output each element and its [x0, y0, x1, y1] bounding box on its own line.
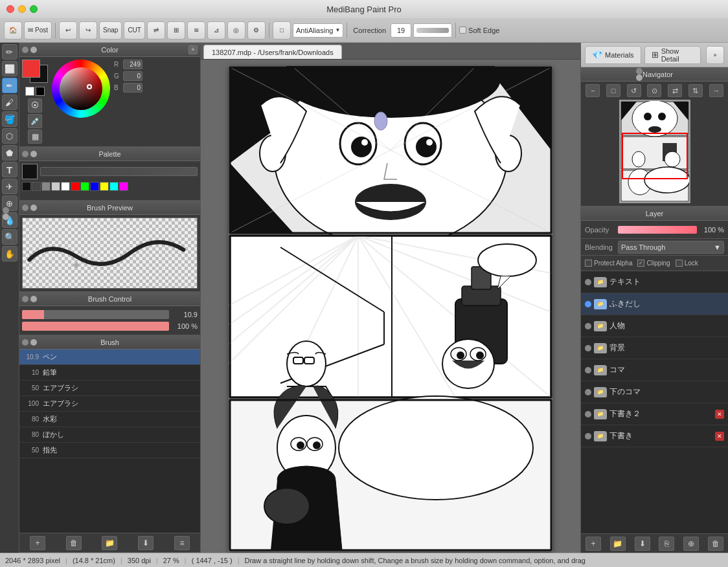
layer-visibility-6[interactable]	[585, 411, 591, 417]
lock-check[interactable]: Lock	[676, 260, 698, 267]
nav-expand[interactable]	[636, 74, 643, 81]
text-tool[interactable]: T	[2, 162, 17, 177]
palette-color-4[interactable]	[51, 182, 60, 191]
brush-tool[interactable]: 🖌	[2, 94, 17, 110]
brush-preview-expand[interactable]	[30, 205, 37, 211]
nav-close[interactable]	[636, 68, 643, 74]
copy-layer-button[interactable]: ⎘	[659, 537, 674, 551]
color-wheel[interactable]	[52, 60, 110, 118]
grid-button[interactable]: ⊞	[167, 21, 185, 39]
bw-swatches[interactable]	[25, 87, 45, 96]
panel-expand-btn[interactable]	[30, 47, 37, 53]
palette-color-2[interactable]	[32, 182, 41, 191]
layer-visibility-7[interactable]	[585, 433, 591, 439]
layer-item-3[interactable]: 📁背景	[581, 337, 728, 359]
post-button[interactable]: ✉ Post	[24, 21, 52, 39]
palette-swatch-main[interactable]	[22, 164, 38, 179]
materials-tab[interactable]: 💎 Materials	[585, 46, 641, 64]
rotate-btn[interactable]: ↺	[627, 84, 641, 97]
protect-alpha-checkbox[interactable]	[585, 260, 592, 267]
anti-aliasing-dropdown[interactable]: AntiAliasing ▼	[293, 23, 343, 38]
flip-h-btn[interactable]: ⇄	[668, 84, 682, 97]
palette-color-1[interactable]	[22, 182, 31, 191]
layer-item-7[interactable]: 📁下書き✕	[581, 425, 728, 447]
color-picker-icon[interactable]: ⦿	[28, 98, 42, 113]
brush-list-item-5[interactable]: 80 ぼかし	[19, 427, 200, 443]
layer-item-1[interactable]: 📁ふきだし	[581, 293, 728, 315]
layer-visibility-4[interactable]	[585, 367, 591, 373]
brush-list-item-6[interactable]: 50 指先	[19, 443, 200, 458]
brush-list-expand[interactable]	[30, 339, 37, 346]
reset-btn[interactable]: ⊙	[647, 84, 661, 97]
symmetry-button[interactable]: ⇌	[147, 21, 165, 39]
palette-color-8[interactable]	[90, 182, 99, 191]
soft-edge-toggle[interactable]: Soft Edge	[459, 27, 499, 34]
brush-folder-button[interactable]: 📁	[102, 536, 117, 550]
palette-color-9[interactable]	[100, 182, 109, 191]
redo-button[interactable]: ↪	[79, 21, 97, 39]
layer-visibility-5[interactable]	[585, 389, 591, 395]
eyedropper-icon[interactable]: 💉	[28, 114, 42, 128]
maximize-button[interactable]	[30, 5, 38, 13]
white-swatch[interactable]	[25, 87, 34, 96]
import-brush-button[interactable]: ⬇	[138, 536, 154, 550]
lock-checkbox[interactable]	[676, 260, 683, 267]
brush-list-item-2[interactable]: 50 エアブラシ	[19, 381, 200, 396]
window-controls[interactable]	[6, 5, 38, 13]
brush-type-button[interactable]: ≋	[187, 21, 205, 39]
add-layer-button[interactable]: +	[586, 537, 601, 551]
move-tool[interactable]: ✈	[2, 179, 17, 194]
brush-list-item-3[interactable]: 100 エアブラシ	[19, 396, 200, 412]
minimize-button[interactable]	[18, 5, 26, 13]
layer-delete-6[interactable]: ✕	[715, 410, 724, 419]
settings-button[interactable]: ⚙	[247, 21, 266, 39]
brush-list-item-1[interactable]: 10 鉛筆	[19, 365, 200, 381]
opacity-slider-track[interactable]	[22, 322, 169, 331]
delete-layer-button[interactable]: 🗑	[708, 537, 723, 551]
layer-visibility-0[interactable]	[585, 279, 591, 285]
lasso-tool[interactable]: ⬟	[2, 145, 17, 161]
protect-alpha-check[interactable]: Protect Alpha	[585, 260, 632, 267]
color-panel-menu[interactable]: ≡	[188, 45, 198, 54]
brush-control-close[interactable]	[22, 296, 28, 302]
black-swatch[interactable]	[36, 87, 45, 96]
eraser-tool[interactable]: ⬜	[2, 61, 17, 76]
add-brush-button[interactable]: +	[30, 536, 45, 550]
select-tool[interactable]: ⬡	[2, 128, 17, 144]
layer-item-5[interactable]: 📁下のコマ	[581, 381, 728, 403]
layer-visibility-2[interactable]	[585, 323, 591, 329]
palette-color-11[interactable]	[119, 182, 128, 191]
pen-toggle[interactable]: □	[273, 21, 291, 39]
file-tab[interactable]: 138207.mdp - /Users/frank/Downloads	[203, 45, 342, 59]
layer-delete-7[interactable]: ✕	[715, 432, 724, 441]
show-detail-tab[interactable]: ⊞ Show Detail	[644, 46, 701, 64]
r-input[interactable]: 249	[123, 60, 142, 69]
panel-controls[interactable]	[22, 47, 37, 53]
layer-visibility-3[interactable]	[585, 345, 591, 351]
saturation-value-square[interactable]	[60, 67, 102, 110]
palette-color-6[interactable]	[71, 182, 80, 191]
brush-list-item-4[interactable]: 80 水彩	[19, 412, 200, 427]
fill-tool[interactable]: 🪣	[2, 111, 17, 127]
blend-mode-select[interactable]: Pass Through ▼	[618, 241, 724, 254]
foreground-swatch[interactable]	[22, 60, 40, 78]
layer-item-6[interactable]: 📁下書き２✕	[581, 403, 728, 425]
right-panel-toggle[interactable]: »	[706, 46, 724, 64]
palette-color-10[interactable]	[109, 182, 119, 191]
correction-input[interactable]	[391, 23, 411, 38]
zoom-out-btn[interactable]: −	[586, 84, 600, 97]
delete-brush-button[interactable]: 🗑	[66, 536, 82, 550]
canvas-scroll[interactable]	[201, 60, 580, 553]
layer-item-2[interactable]: 📁人物	[581, 315, 728, 337]
palette-scrollbar[interactable]	[40, 167, 198, 176]
layer-visibility-1[interactable]	[585, 301, 591, 307]
b-input[interactable]: 0	[123, 83, 142, 93]
circle-button[interactable]: ◎	[227, 21, 245, 39]
brush-preview-close[interactable]	[22, 205, 28, 211]
layer-item-4[interactable]: 📁コマ	[581, 359, 728, 381]
brush-list-close[interactable]	[22, 339, 28, 346]
pen-tool[interactable]: ✒	[2, 78, 17, 93]
layer-item-0[interactable]: 📁テキスト	[581, 271, 728, 293]
home-button[interactable]: 🏠	[4, 21, 22, 39]
brush-list-item-0[interactable]: 10.9 ペン	[19, 350, 200, 365]
